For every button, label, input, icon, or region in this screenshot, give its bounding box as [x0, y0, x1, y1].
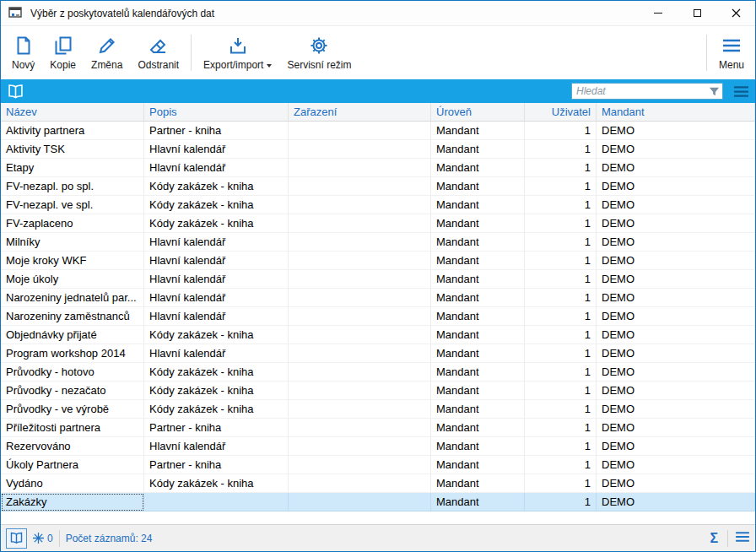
table-cell[interactable]	[289, 196, 431, 214]
table-cell[interactable]	[289, 177, 431, 196]
column-header-uzivatel[interactable]: Uživatel	[525, 103, 597, 121]
table-cell[interactable]: Kódy zakázek - kniha	[144, 196, 289, 214]
table-cell[interactable]: Hlavní kalendář	[144, 140, 289, 159]
table-row[interactable]: FV-nezapl. po spl.Kódy zakázek - knihaMa…	[1, 177, 755, 196]
column-header-uroven[interactable]: Úroveň	[431, 103, 525, 121]
table-cell[interactable]: Úkoly Partnera	[1, 456, 144, 474]
table-row[interactable]: Aktivity TSKHlavní kalendářMandant1DEMO	[1, 140, 755, 159]
new-button[interactable]: Nový	[4, 28, 42, 78]
table-cell[interactable]	[289, 252, 431, 270]
table-row[interactable]: EtapyHlavní kalendářMandant1DEMO	[1, 159, 755, 177]
table-cell[interactable]: Mandant	[431, 419, 525, 437]
table-cell[interactable]: Aktivity partnera	[1, 122, 144, 140]
table-cell[interactable]: Hlavní kalendář	[144, 289, 289, 307]
table-cell[interactable]: FV-nezapl. ve spl.	[1, 196, 144, 214]
service-mode-button[interactable]: Servisní režim	[279, 28, 359, 78]
table-cell[interactable]: Partner - kniha	[144, 419, 289, 437]
sum-button[interactable]: Σ	[707, 531, 721, 546]
table-cell[interactable]: DEMO	[597, 140, 755, 159]
table-cell[interactable]: 1	[525, 196, 597, 214]
table-cell[interactable]: Mandant	[431, 140, 525, 159]
table-cell[interactable]	[289, 400, 431, 419]
table-cell[interactable]: 1	[525, 326, 597, 344]
table-row[interactable]: FV-zaplacenoKódy zakázek - knihaMandant1…	[1, 214, 755, 233]
table-row[interactable]: RezervovánoHlavní kalendářMandant1DEMO	[1, 437, 755, 456]
column-header-popis[interactable]: Popis	[144, 103, 289, 121]
table-cell[interactable]	[144, 493, 289, 511]
table-cell[interactable]: Mandant	[431, 456, 525, 474]
table-cell[interactable]: Mandant	[431, 493, 525, 511]
table-cell[interactable]: DEMO	[597, 159, 755, 177]
table-cell[interactable]: 1	[525, 252, 597, 270]
table-cell[interactable]: Mandant	[431, 400, 525, 419]
table-cell[interactable]: FV-zaplaceno	[1, 214, 144, 233]
table-cell[interactable]	[289, 289, 431, 307]
table-cell[interactable]: Průvodky - ve výrobě	[1, 400, 144, 419]
table-row[interactable]: VydánoKódy zakázek - knihaMandant1DEMO	[1, 474, 755, 493]
table-cell[interactable]: Hlavní kalendář	[144, 307, 289, 326]
table-cell[interactable]	[289, 159, 431, 177]
filter-funnel-icon[interactable]	[709, 86, 720, 97]
table-cell[interactable]: Hlavní kalendář	[144, 252, 289, 270]
table-cell[interactable]	[289, 419, 431, 437]
book-view-button[interactable]	[6, 528, 27, 549]
table-cell[interactable]	[289, 437, 431, 456]
table-row[interactable]: ZakázkyMandant1DEMO	[1, 493, 755, 511]
table-row[interactable]: Úkoly PartneraPartner - knihaMandant1DEM…	[1, 456, 755, 474]
table-cell[interactable]: DEMO	[597, 252, 755, 270]
table-cell[interactable]: DEMO	[597, 326, 755, 344]
minimize-button[interactable]	[639, 1, 678, 25]
table-cell[interactable]: 1	[525, 177, 597, 196]
table-cell[interactable]: DEMO	[597, 214, 755, 233]
table-cell[interactable]: Objednávky přijaté	[1, 326, 144, 344]
table-cell[interactable]: Mandant	[431, 344, 525, 363]
table-cell[interactable]: 1	[525, 456, 597, 474]
column-header-nazev[interactable]: Název	[1, 103, 144, 121]
table-cell[interactable]: Moje kroky WKF	[1, 252, 144, 270]
table-cell[interactable]: 1	[525, 122, 597, 140]
table-cell[interactable]: DEMO	[597, 474, 755, 493]
table-row[interactable]: FV-nezapl. ve spl.Kódy zakázek - knihaMa…	[1, 196, 755, 214]
table-row[interactable]: Průvodky - ve výroběKódy zakázek - kniha…	[1, 400, 755, 419]
table-cell[interactable]: DEMO	[597, 419, 755, 437]
table-cell[interactable]: Hlavní kalendář	[144, 344, 289, 363]
table-cell[interactable]: DEMO	[597, 289, 755, 307]
table-cell[interactable]: 1	[525, 270, 597, 289]
table-cell[interactable]: 1	[525, 289, 597, 307]
table-row[interactable]: Narozeniny jednatelů par...Hlavní kalend…	[1, 289, 755, 307]
table-cell[interactable]: Mandant	[431, 159, 525, 177]
table-cell[interactable]: Průvodky - hotovo	[1, 363, 144, 382]
table-cell[interactable]	[289, 214, 431, 233]
table-cell[interactable]	[289, 233, 431, 252]
table-cell[interactable]: 1	[525, 474, 597, 493]
table-cell[interactable]: 1	[525, 214, 597, 233]
table-cell[interactable]: Partner - kniha	[144, 122, 289, 140]
table-cell[interactable]: Mandant	[431, 177, 525, 196]
table-row[interactable]: Průvodky - nezačatoKódy zakázek - knihaM…	[1, 382, 755, 400]
table-cell[interactable]: 1	[525, 307, 597, 326]
table-cell[interactable]: Mandant	[431, 474, 525, 493]
table-cell[interactable]: Mandant	[431, 214, 525, 233]
table-cell[interactable]: Narozeniny jednatelů par...	[1, 289, 144, 307]
table-cell[interactable]: DEMO	[597, 122, 755, 140]
maximize-button[interactable]	[678, 1, 716, 25]
table-cell[interactable]: 1	[525, 140, 597, 159]
table-cell[interactable]: Mandant	[431, 270, 525, 289]
table-cell[interactable]: DEMO	[597, 177, 755, 196]
table-cell[interactable]: Mandant	[431, 122, 525, 140]
table-cell[interactable]: Mandant	[431, 252, 525, 270]
table-cell[interactable]: 1	[525, 344, 597, 363]
table-cell[interactable]: DEMO	[597, 437, 755, 456]
table-cell[interactable]: Etapy	[1, 159, 144, 177]
table-cell[interactable]: Mandant	[431, 382, 525, 400]
table-cell[interactable]: Hlavní kalendář	[144, 233, 289, 252]
column-header-zarazeni[interactable]: Zařazení	[289, 103, 431, 121]
table-cell[interactable]: Kódy zakázek - kniha	[144, 382, 289, 400]
table-cell[interactable]: 1	[525, 437, 597, 456]
table-cell[interactable]: Aktivity TSK	[1, 140, 144, 159]
table-cell[interactable]: Vydáno	[1, 474, 144, 493]
table-cell[interactable]: Narozeniny zaměstnanců	[1, 307, 144, 326]
table-row[interactable]: Narozeniny zaměstnancůHlavní kalendářMan…	[1, 307, 755, 326]
table-cell[interactable]: Kódy zakázek - kniha	[144, 363, 289, 382]
table-cell[interactable]	[289, 493, 431, 511]
